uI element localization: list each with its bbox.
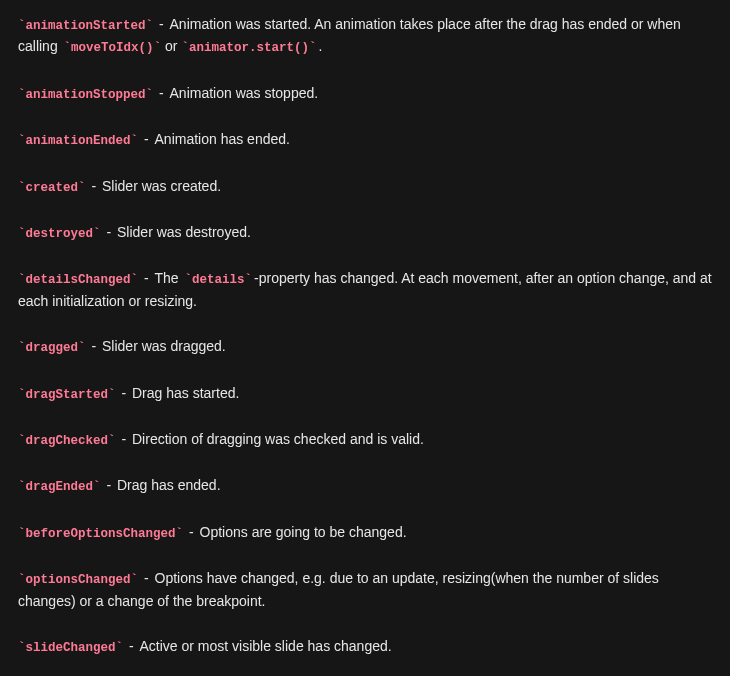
separator: - <box>88 178 100 194</box>
event-key-code: beforeOptionsChanged <box>18 527 183 541</box>
event-entry: detailsChanged - The details-property ha… <box>18 268 712 312</box>
event-key-code: dragChecked <box>18 434 116 448</box>
separator: - <box>103 477 115 493</box>
event-entry: animationEnded - Animation has ended. <box>18 129 712 151</box>
separator: - <box>125 638 137 654</box>
event-entry: created - Slider was created. <box>18 176 712 198</box>
separator: - <box>118 385 130 401</box>
event-entry: animationStopped - Animation was stopped… <box>18 83 712 105</box>
event-key-code: dragStarted <box>18 388 116 402</box>
separator: - <box>140 270 152 286</box>
separator: - <box>185 524 197 540</box>
separator: - <box>155 16 167 32</box>
event-entry: dragEnded - Drag has ended. <box>18 475 712 497</box>
event-entry: slideChanged - Active or most visible sl… <box>18 636 712 658</box>
event-desc: The <box>155 270 183 286</box>
separator: - <box>88 338 100 354</box>
event-key-code: animationStopped <box>18 88 153 102</box>
separator: - <box>140 570 152 586</box>
event-desc: Options are going to be changed. <box>200 524 407 540</box>
inline-code: details <box>185 273 253 287</box>
joiner: or <box>161 38 181 54</box>
event-desc: Drag has started. <box>132 385 239 401</box>
event-entry: dragStarted - Drag has started. <box>18 383 712 405</box>
inline-code: moveToIdx() <box>64 41 162 55</box>
event-entry: animationStarted - Animation was started… <box>18 14 712 59</box>
event-key-code: animationEnded <box>18 134 138 148</box>
event-desc: Active or most visible slide has changed… <box>140 638 392 654</box>
separator: - <box>155 85 167 101</box>
event-entry: destroyed - Slider was destroyed. <box>18 222 712 244</box>
event-entry: dragChecked - Direction of dragging was … <box>18 429 712 451</box>
event-key-code: slideChanged <box>18 641 123 655</box>
event-desc: Drag has ended. <box>117 477 221 493</box>
event-desc: Animation was stopped. <box>170 85 319 101</box>
event-key-code: dragEnded <box>18 480 101 494</box>
event-key-code: dragged <box>18 341 86 355</box>
separator: - <box>118 431 130 447</box>
event-list: animationStarted - Animation was started… <box>0 0 730 676</box>
separator: - <box>103 224 115 240</box>
event-desc: Direction of dragging was checked and is… <box>132 431 424 447</box>
event-desc: Slider was dragged. <box>102 338 226 354</box>
event-desc-post: . <box>318 38 322 54</box>
event-desc: Slider was created. <box>102 178 221 194</box>
separator: - <box>140 131 152 147</box>
event-key-code: created <box>18 181 86 195</box>
event-entry: dragged - Slider was dragged. <box>18 336 712 358</box>
inline-code: animator.start() <box>181 41 316 55</box>
event-entry: beforeOptionsChanged - Options are going… <box>18 522 712 544</box>
event-key-code: animationStarted <box>18 19 153 33</box>
event-key-code: optionsChanged <box>18 573 138 587</box>
event-desc: Slider was destroyed. <box>117 224 251 240</box>
event-entry: optionsChanged - Options have changed, e… <box>18 568 712 612</box>
event-key-code: detailsChanged <box>18 273 138 287</box>
event-key-code: destroyed <box>18 227 101 241</box>
event-desc: Animation has ended. <box>155 131 290 147</box>
